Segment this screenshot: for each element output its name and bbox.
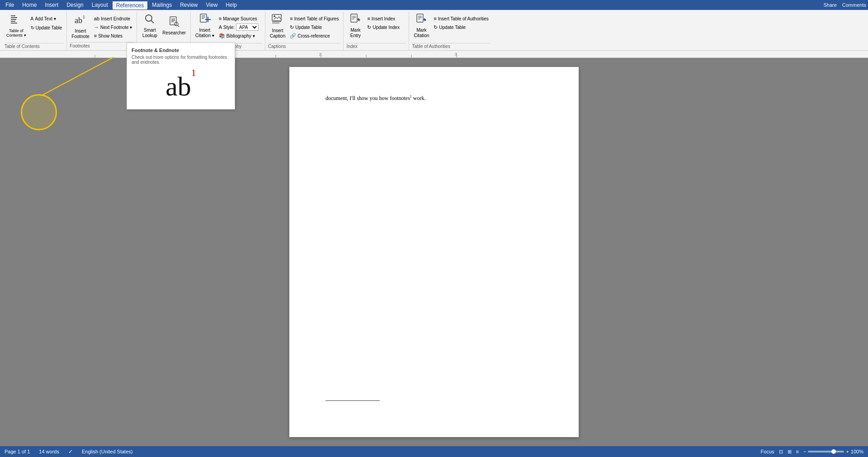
zoom-bar: − + 100% <box>803 449 863 454</box>
insert-citation-label: InsertCitation ▾ <box>195 28 214 38</box>
menu-item-layout[interactable]: Layout <box>88 1 112 9</box>
svg-text:2: 2 <box>319 52 321 57</box>
insert-endnote-button[interactable]: ab Insert Endnote <box>92 14 134 23</box>
svg-point-7 <box>146 15 152 21</box>
captions-group-label-bar: Captions <box>268 43 341 49</box>
style-label: Style: <box>223 25 235 30</box>
menu-item-insert[interactable]: Insert <box>41 1 62 9</box>
style-button[interactable]: A Style: APA <box>217 23 262 31</box>
menu-item-mailings[interactable]: Mailings <box>148 1 175 9</box>
style-select[interactable]: APA <box>236 24 259 31</box>
update-table-captions-label: Update Table <box>295 25 322 30</box>
update-index-button[interactable]: ↻ Update Index <box>365 23 406 31</box>
zoom-in-button[interactable]: + <box>846 449 849 454</box>
web-layout-icon[interactable]: ⊞ <box>788 449 792 455</box>
captions-group-label: Captions <box>268 44 286 49</box>
menu-item-home[interactable]: Home <box>19 1 40 9</box>
citations-group-inner: InsertCitation ▾ ≡ Manage Sources A Styl… <box>193 13 262 42</box>
toc-group-label: Table of Contents <box>5 44 40 49</box>
status-words: 14 words <box>39 449 59 454</box>
toc-group-label-bar: Table of Contents <box>5 43 64 49</box>
insert-table-of-figures-button[interactable]: ≡ Insert Table of Figures <box>288 14 340 23</box>
toc-button-label: Table ofContents ▾ <box>6 29 26 38</box>
menu-bar-right: Share Comments <box>823 2 866 8</box>
show-notes-button[interactable]: ≡ Show Notes <box>92 32 134 40</box>
mark-citation-button[interactable]: MarkCitation <box>412 13 431 39</box>
doc-area: document, I'll show you how footnotes1 w… <box>0 58 868 446</box>
insert-endnote-icon: ab <box>94 16 99 21</box>
doc-text: document, I'll show you how footnotes1 w… <box>326 94 542 103</box>
print-layout-icon[interactable]: ⊡ <box>779 449 783 455</box>
insert-citation-button[interactable]: InsertCitation ▾ <box>193 13 216 39</box>
bibliography-icon: 📚 <box>219 33 225 39</box>
cross-reference-label: Cross-reference <box>297 33 330 38</box>
bibliography-button[interactable]: 📚 Bibliography ▾ <box>217 32 262 40</box>
insert-table-authorities-button[interactable]: ≡ Insert Table of Authorities <box>432 14 491 23</box>
next-footnote-button[interactable]: → Next Footnote ▾ <box>92 23 134 31</box>
tooltip-preview: ab1 <box>132 68 230 105</box>
svg-rect-4 <box>11 23 17 24</box>
researcher-label: Researcher <box>162 30 186 36</box>
menu-item-view[interactable]: View <box>203 1 222 9</box>
table-of-contents-button[interactable]: Table ofContents ▾ <box>5 13 28 39</box>
authorities-group-label-bar: Table of Authorities <box>412 43 490 49</box>
research-group-inner: SmartLookup Researcher <box>140 13 188 42</box>
menu-item-help[interactable]: Help <box>222 1 241 9</box>
focus-button[interactable]: Focus <box>761 449 774 454</box>
citations-small-buttons: ≡ Manage Sources A Style: APA 📚 Bibliogr… <box>217 14 262 40</box>
doc-page[interactable]: document, I'll show you how footnotes1 w… <box>289 67 579 437</box>
svg-rect-0 <box>11 15 15 16</box>
tooltip-title: Footnote & Endnote <box>132 48 230 53</box>
footnotes-small-buttons: ab Insert Endnote → Next Footnote ▾ ≡ Sh… <box>92 14 134 40</box>
tooltip-preview-sup: 1 <box>191 67 196 79</box>
svg-rect-2 <box>11 19 16 20</box>
status-language[interactable]: English (United States) <box>82 449 133 454</box>
zoom-slider[interactable] <box>808 451 844 452</box>
captions-group-inner: InsertCaption ≡ Insert Table of Figures … <box>268 13 341 42</box>
add-text-label: Add Text ▾ <box>35 16 56 21</box>
authorities-group-inner: MarkCitation ≡ Insert Table of Authoriti… <box>412 13 490 42</box>
comments-button[interactable]: Comments <box>842 2 866 8</box>
bibliography-label: Bibliography ▾ <box>226 33 255 38</box>
update-table-toc-icon: ↻ <box>31 25 34 30</box>
zoom-out-button[interactable]: − <box>803 449 806 454</box>
share-button[interactable]: Share <box>823 2 836 8</box>
tooltip-description: Check out more options for formatting fo… <box>132 55 230 65</box>
footnotes-group-label-bar: Footnotes ⧉ <box>70 42 134 49</box>
insert-footnote-button[interactable]: ab 1 InsertFootnote <box>70 13 91 39</box>
status-right: Focus ⊡ ⊞ ≡ − + 100% <box>761 449 863 455</box>
manage-sources-icon: ≡ <box>219 16 222 21</box>
toc-icon <box>10 14 23 28</box>
doc-text-before: document, I'll show you how footnotes <box>326 95 410 101</box>
menu-item-review[interactable]: Review <box>176 1 201 9</box>
footnotes-group-label: Footnotes <box>70 43 90 48</box>
mark-citation-label: MarkCitation <box>414 28 429 38</box>
insert-toa-label: Insert Table of Authorities <box>438 16 489 21</box>
menu-item-references[interactable]: References <box>113 0 147 10</box>
mark-entry-button[interactable]: MarkEntry <box>346 13 364 39</box>
smart-lookup-button[interactable]: SmartLookup <box>140 13 160 39</box>
footnotes-group-inner: ab 1 InsertFootnote ab Insert Endnote → … <box>70 13 134 41</box>
read-mode-icon[interactable]: ≡ <box>796 449 799 454</box>
group-captions: InsertCaption ≡ Insert Table of Figures … <box>265 12 344 50</box>
insert-footnote-label: InsertFootnote <box>71 29 89 39</box>
update-index-icon: ↻ <box>367 24 371 30</box>
update-table-toc-button[interactable]: ↻ Update Table <box>29 24 64 32</box>
insert-index-button[interactable]: ≡ Insert Index <box>365 14 406 23</box>
menu-item-design[interactable]: Design <box>63 1 87 9</box>
show-notes-label: Show Notes <box>98 33 123 38</box>
update-table-authorities-button[interactable]: ↻ Update Table <box>432 23 491 31</box>
add-text-button[interactable]: A Add Text ▾ <box>29 14 64 23</box>
footnote-line <box>326 400 380 401</box>
cross-reference-button[interactable]: 🔗 Cross-reference <box>288 32 340 40</box>
update-table-captions-button[interactable]: ↻ Update Table <box>288 23 340 31</box>
insert-tof-label: Insert Table of Figures <box>294 16 339 21</box>
authorities-group-label: Table of Authorities <box>412 44 450 49</box>
menu-bar: File Home Insert Design Layout Reference… <box>0 0 868 10</box>
menu-item-file[interactable]: File <box>2 1 18 9</box>
researcher-button[interactable]: Researcher <box>160 13 188 39</box>
svg-rect-15 <box>200 14 207 22</box>
manage-sources-button[interactable]: ≡ Manage Sources <box>217 14 262 23</box>
insert-caption-button[interactable]: InsertCaption <box>268 13 287 39</box>
svg-text:ab: ab <box>75 16 82 25</box>
